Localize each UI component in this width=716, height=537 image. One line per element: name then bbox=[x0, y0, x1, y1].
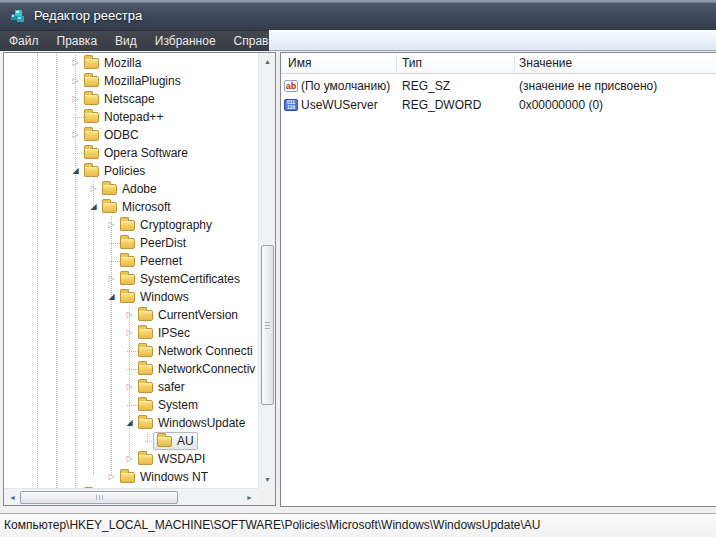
collapse-icon[interactable]: ◢ bbox=[106, 288, 117, 306]
tree-node-selected: AU bbox=[153, 432, 198, 450]
scroll-left-icon[interactable]: ◄ bbox=[4, 489, 21, 506]
tree-item-network-connecti[interactable]: Network Connecti bbox=[5, 342, 257, 360]
column-header-type[interactable]: Тип bbox=[402, 53, 422, 73]
tree-item-odbc[interactable]: ▷ODBC bbox=[5, 126, 257, 144]
tree-horizontal-scrollbar[interactable]: ◄ ► bbox=[4, 488, 258, 505]
tree-item-cryptography[interactable]: ▷Cryptography bbox=[5, 216, 257, 234]
menu-item-edit[interactable]: Правка bbox=[48, 31, 107, 51]
tree-item-label: SystemCertificates bbox=[140, 270, 240, 288]
tree-node: MozillaPlugins bbox=[81, 72, 184, 90]
expand-icon[interactable]: ▷ bbox=[124, 450, 135, 468]
window-title: Редактор реестра bbox=[34, 8, 142, 23]
regedit-window: { "window": { "title": "Редактор реестра… bbox=[0, 0, 716, 537]
window-titlebar[interactable]: Редактор реестра bbox=[0, 0, 716, 30]
value-row-item[interactable]: ab(По умолчанию)REG_SZ(значение не присв… bbox=[281, 77, 716, 96]
folder-icon bbox=[84, 58, 99, 69]
tree-item-au[interactable]: AU bbox=[5, 432, 257, 450]
tree-viewport: ▷Mozilla▷MozillaPlugins▷NetscapeNotepad+… bbox=[5, 53, 257, 488]
registry-app-icon bbox=[10, 8, 26, 24]
collapse-icon[interactable]: ◢ bbox=[88, 198, 99, 216]
menu-item-file[interactable]: Файл bbox=[0, 31, 48, 51]
column-separator[interactable] bbox=[396, 55, 397, 71]
expand-icon[interactable]: ▷ bbox=[124, 378, 135, 396]
menu-item-favorites[interactable]: Избранное bbox=[146, 31, 225, 51]
horizontal-scroll-thumb[interactable] bbox=[20, 491, 178, 504]
collapse-icon[interactable]: ◢ bbox=[70, 162, 81, 180]
tree-item-adobe[interactable]: ▷Adobe bbox=[5, 180, 257, 198]
tree-item-peerdist[interactable]: PeerDist bbox=[5, 234, 257, 252]
folder-icon bbox=[102, 202, 117, 213]
folder-icon bbox=[102, 184, 117, 195]
tree-item-opera-software[interactable]: Opera Software bbox=[5, 144, 257, 162]
tree-node: Windows NT bbox=[117, 468, 211, 486]
value-name: (По умолчанию) bbox=[301, 77, 390, 96]
column-header-name[interactable]: Имя bbox=[288, 53, 311, 73]
tree-node: ODBC bbox=[81, 126, 142, 144]
vertical-scroll-thumb[interactable] bbox=[261, 245, 274, 405]
tree-vertical-scrollbar[interactable]: ▲ ▼ bbox=[258, 53, 275, 488]
scroll-down-icon[interactable]: ▼ bbox=[259, 471, 276, 488]
expand-icon[interactable]: ▷ bbox=[124, 324, 135, 342]
menu-item-view[interactable]: Вид bbox=[106, 31, 146, 51]
expand-icon[interactable]: ▷ bbox=[106, 216, 117, 234]
tree-item-label: Network Connecti bbox=[158, 342, 253, 360]
collapse-icon[interactable]: ◢ bbox=[124, 414, 135, 432]
tree-item-currentversion[interactable]: ▷CurrentVersion bbox=[5, 306, 257, 324]
tree-node: safer bbox=[135, 378, 188, 396]
tree-item-peernet[interactable]: Peernet bbox=[5, 252, 257, 270]
tree-item-label: AU bbox=[177, 432, 194, 450]
column-header-value[interactable]: Значение bbox=[519, 53, 572, 73]
expand-icon[interactable]: ▷ bbox=[70, 126, 81, 144]
tree-item-networkconnectiv[interactable]: NetworkConnectiv bbox=[5, 360, 257, 378]
folder-icon bbox=[138, 400, 153, 411]
tree-node: Adobe bbox=[99, 180, 160, 198]
status-bar: Компьютер\HKEY_LOCAL_MACHINE\SOFTWARE\Po… bbox=[0, 513, 716, 537]
expand-icon[interactable]: ▷ bbox=[70, 72, 81, 90]
tree-item-windows-nt[interactable]: ▷Windows NT bbox=[5, 468, 257, 486]
folder-icon bbox=[138, 454, 153, 465]
tree-item-netscape[interactable]: ▷Netscape bbox=[5, 90, 257, 108]
tree-item-systemcertificates[interactable]: ▷SystemCertificates bbox=[5, 270, 257, 288]
tree-node: Mozilla bbox=[81, 54, 144, 72]
expand-icon[interactable]: ▷ bbox=[88, 180, 99, 198]
menu-dark: ФайлПравкаВидИзбранноеСправка bbox=[0, 30, 269, 51]
value-data: 0x00000000 (0) bbox=[519, 96, 603, 115]
folder-icon bbox=[120, 220, 135, 231]
scroll-up-icon[interactable]: ▲ bbox=[259, 53, 276, 70]
thumb-grip-icon bbox=[99, 495, 100, 500]
scroll-right-icon[interactable]: ► bbox=[241, 489, 258, 506]
folder-icon bbox=[138, 346, 153, 357]
tree-item-safer[interactable]: ▷safer bbox=[5, 378, 257, 396]
tree-item-windowsupdate[interactable]: ◢WindowsUpdate bbox=[5, 414, 257, 432]
expand-icon[interactable]: ▷ bbox=[106, 270, 117, 288]
tree-item-label: IPSec bbox=[158, 324, 190, 342]
expand-icon[interactable]: ▷ bbox=[70, 54, 81, 72]
tree-item-mozilla[interactable]: ▷Mozilla bbox=[5, 54, 257, 72]
expand-icon[interactable]: ▷ bbox=[124, 306, 135, 324]
folder-icon bbox=[120, 238, 135, 249]
value-row-usewuserver[interactable]: 011110UseWUServerREG_DWORD0x00000000 (0) bbox=[281, 96, 716, 115]
tree-item-system[interactable]: System bbox=[5, 396, 257, 414]
tree-item-notepad[interactable]: Notepad++ bbox=[5, 108, 257, 126]
tree-item-label: Windows NT bbox=[140, 468, 208, 486]
folder-icon bbox=[120, 256, 135, 267]
tree-item-microsoft[interactable]: ◢Microsoft bbox=[5, 198, 257, 216]
tree-item-ipsec[interactable]: ▷IPSec bbox=[5, 324, 257, 342]
tree-item-label: CurrentVersion bbox=[158, 306, 238, 324]
column-separator[interactable] bbox=[514, 55, 515, 71]
folder-icon bbox=[84, 148, 99, 159]
tree-item-label: NetworkConnectiv bbox=[158, 360, 255, 378]
tree-node: SystemCertificates bbox=[117, 270, 243, 288]
tree-node: Cryptography bbox=[117, 216, 215, 234]
tree-item-mozillaplugins[interactable]: ▷MozillaPlugins bbox=[5, 72, 257, 90]
tree-item-label: Netscape bbox=[104, 90, 155, 108]
expand-icon[interactable]: ▷ bbox=[70, 90, 81, 108]
tree-item-policies[interactable]: ◢Policies bbox=[5, 162, 257, 180]
expand-icon[interactable]: ▷ bbox=[106, 468, 117, 486]
tree-node: Peernet bbox=[117, 252, 185, 270]
folder-icon bbox=[84, 112, 99, 123]
tree-rows: ▷Mozilla▷MozillaPlugins▷NetscapeNotepad+… bbox=[5, 53, 257, 488]
folder-icon bbox=[138, 310, 153, 321]
tree-item-windows[interactable]: ◢Windows bbox=[5, 288, 257, 306]
tree-item-wsdapi[interactable]: ▷WSDAPI bbox=[5, 450, 257, 468]
